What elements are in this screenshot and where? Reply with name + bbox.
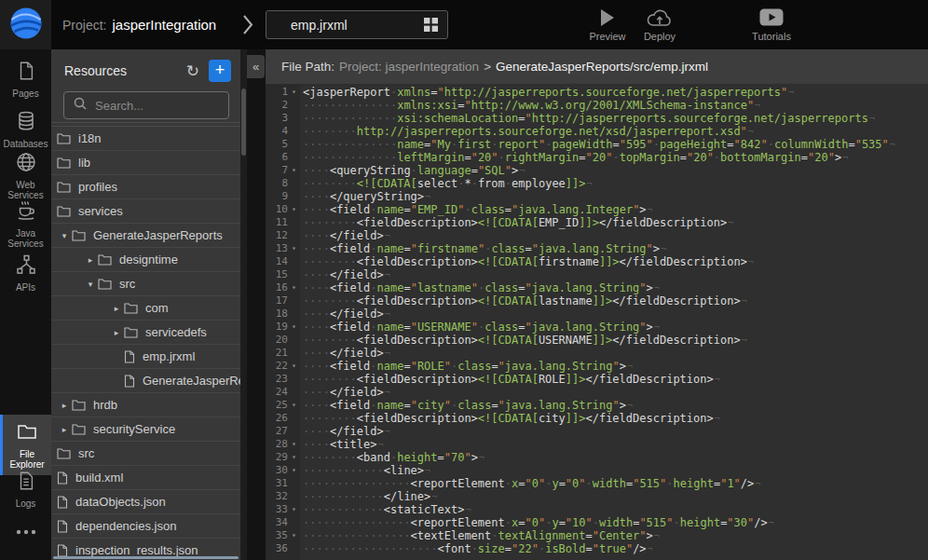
- tree-item-generatejasperreports[interactable]: ▾GenerateJasperReports: [51, 224, 240, 248]
- sidebar-item-java-services[interactable]: Java Services: [0, 197, 51, 252]
- api-icon: [15, 253, 37, 280]
- tree-item-lib[interactable]: lib: [51, 151, 240, 175]
- horizontal-scrollbar[interactable]: [53, 556, 239, 559]
- file-path-value: GenerateJasperReports/src/emp.jrxml: [496, 60, 708, 74]
- chevron-right-icon[interactable]: ▸: [109, 304, 124, 313]
- chevron-right-icon[interactable]: ▸: [57, 425, 72, 434]
- line-number: 29: [266, 451, 288, 464]
- line-number: 26: [266, 412, 288, 425]
- sidebar-item-databases[interactable]: Databases: [0, 107, 51, 152]
- code-editor[interactable]: 1▾<jasperReport·xmlns="http://jasperrepo…: [266, 84, 928, 560]
- tree-item-generatejasperreports-s[interactable]: GenerateJasperReports.s: [51, 369, 240, 393]
- fold-spacer: [288, 177, 300, 190]
- sidebar-item-web-services[interactable]: Web Services: [0, 148, 51, 203]
- fold-spacer: [288, 490, 300, 503]
- file-path-separator: >: [484, 60, 491, 74]
- add-resource-button[interactable]: +: [209, 60, 231, 82]
- app-window: Project: jasperIntegration emp.jrxml Pre…: [0, 0, 928, 560]
- collapse-panel-button[interactable]: «: [247, 55, 265, 78]
- grid-icon[interactable]: [424, 18, 438, 32]
- search-input[interactable]: [93, 98, 261, 114]
- tree-item-src[interactable]: src: [51, 442, 240, 466]
- tree-item-label: GenerateJasperReports: [93, 228, 223, 242]
- folder-icon: [98, 253, 112, 266]
- folder-icon: [124, 326, 138, 338]
- folder-icon: [57, 132, 71, 144]
- home-button[interactable]: [0, 0, 51, 49]
- fold-toggle-icon[interactable]: ▾: [288, 203, 300, 216]
- fold-toggle-icon[interactable]: ▾: [288, 281, 300, 294]
- panel-divider: «: [240, 49, 266, 560]
- chevron-down-icon[interactable]: ▾: [57, 231, 72, 240]
- tree-item-securityservice[interactable]: ▸securityService: [51, 417, 240, 442]
- sidebar-item-apis[interactable]: APIs: [0, 251, 51, 295]
- fold-toggle-icon[interactable]: ▾: [288, 360, 300, 373]
- project-label: Project:: [62, 18, 106, 33]
- fold-toggle-icon[interactable]: ▾: [288, 399, 300, 412]
- file-selector[interactable]: emp.jrxml: [266, 10, 448, 39]
- fold-spacer: [288, 412, 300, 425]
- code-line: 8········<![CDATA[select·*·from·employee…: [266, 177, 928, 190]
- line-number: 8: [266, 177, 288, 190]
- more-icon: [15, 523, 37, 540]
- sidebar-item-pages[interactable]: Pages: [0, 57, 51, 102]
- fold-spacer: [288, 477, 300, 490]
- tree-item-label: dataObjects.json: [75, 495, 166, 509]
- fold-spacer: [288, 229, 300, 242]
- sidebar-item-logs[interactable]: Logs: [0, 467, 51, 512]
- tree-item-com[interactable]: ▸com: [51, 296, 240, 321]
- fold-toggle-icon[interactable]: ▾: [288, 164, 300, 177]
- file-tree: i18nlibprofilesservices▾GenerateJasperRe…: [51, 122, 240, 560]
- fold-toggle-icon[interactable]: ▾: [288, 503, 300, 516]
- tree-item-label: hrdb: [93, 398, 117, 412]
- fold-toggle-icon[interactable]: ▾: [288, 451, 300, 464]
- chevron-right-icon[interactable]: ▸: [57, 401, 72, 410]
- fold-toggle-icon[interactable]: ▾: [288, 529, 300, 542]
- tutorials-button[interactable]: Tutorials: [745, 7, 798, 42]
- tree-scrollbar-thumb[interactable]: [241, 89, 246, 156]
- line-number: 36: [266, 542, 288, 555]
- code-line: 10▾····<field·name="EMP_ID"·class="java.…: [266, 203, 928, 216]
- fold-toggle-icon[interactable]: ▾: [288, 464, 300, 477]
- tree-item-profiles[interactable]: profiles: [51, 175, 240, 199]
- refresh-icon[interactable]: ↻: [186, 63, 199, 79]
- chevron-right-icon: [242, 14, 253, 39]
- fold-spacer: [288, 125, 300, 138]
- fold-spacer: [288, 516, 300, 529]
- tree-item-dependencies-json[interactable]: dependencies.json: [51, 514, 240, 539]
- fold-toggle-icon[interactable]: ▾: [288, 321, 300, 334]
- tree-scrollbar[interactable]: [240, 49, 247, 560]
- tree-item-build-xml[interactable]: build.xml: [51, 466, 240, 490]
- code-line: 36····················<font·size="22"·is…: [266, 542, 928, 555]
- tree-item-emp-jrxml[interactable]: emp.jrxml: [51, 345, 240, 369]
- tree-item-src[interactable]: ▾src: [51, 272, 240, 296]
- tree-item-servicedefs[interactable]: ▸servicedefs: [51, 321, 240, 345]
- line-number: 34: [266, 516, 288, 529]
- sidebar-item-more[interactable]: [0, 520, 51, 542]
- tree-item-label: GenerateJasperReports.s: [143, 374, 240, 388]
- fold-toggle-icon[interactable]: ▾: [288, 86, 300, 99]
- tree-item-hrdb[interactable]: ▸hrdb: [51, 393, 240, 417]
- chevron-down-icon[interactable]: ▾: [83, 280, 98, 289]
- tree-item-services[interactable]: services: [51, 199, 240, 224]
- fold-spacer: [288, 216, 300, 229]
- code-line: 32············</line>¬: [266, 490, 928, 503]
- chevron-right-icon[interactable]: ▸: [83, 255, 98, 265]
- tree-item-designtime[interactable]: ▸designtime: [51, 248, 240, 272]
- line-number: 2: [266, 99, 288, 112]
- code-line: 12····</field>¬: [266, 229, 928, 242]
- tree-item-dataobjects-json[interactable]: dataObjects.json: [51, 490, 240, 514]
- preview-button[interactable]: Preview: [581, 7, 634, 42]
- folder-icon: [57, 205, 71, 217]
- chevron-right-icon[interactable]: ▸: [109, 328, 124, 337]
- line-number: 27: [266, 425, 288, 438]
- fold-toggle-icon[interactable]: ▾: [288, 438, 300, 451]
- tree-item-i18n[interactable]: i18n: [51, 127, 240, 151]
- youtube-icon: [759, 7, 784, 28]
- coffee-icon: [15, 199, 37, 225]
- line-number: 10: [266, 203, 288, 216]
- code-line: 19▾····<field·name="USERNAME"·class="jav…: [266, 321, 928, 334]
- deploy-button[interactable]: Deploy: [634, 7, 686, 42]
- fold-toggle-icon[interactable]: ▾: [288, 242, 300, 255]
- line-number: 31: [266, 477, 288, 490]
